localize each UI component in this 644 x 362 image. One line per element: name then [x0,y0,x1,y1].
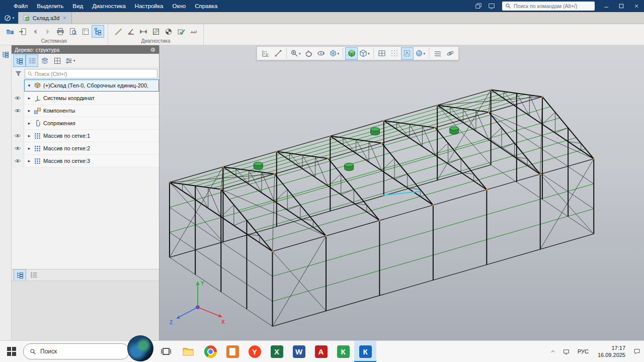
app-menu-button[interactable]: ▾ [0,12,18,24]
mass-properties-button[interactable] [162,25,175,38]
eye-icon[interactable] [14,145,21,152]
expand-arrow-icon[interactable]: ▸ [27,96,32,101]
tree-row-content[interactable]: ▸ Компоненты [24,105,159,117]
open-button[interactable] [4,25,16,38]
tree-row[interactable]: ▸ Системы координат [12,92,159,105]
cascade-windows-button[interactable] [472,0,485,12]
3d-model-wireframe[interactable] [159,45,644,340]
kompas-3d-button[interactable]: К [354,341,376,362]
expand-arrow-icon[interactable]: ▾ [27,83,32,88]
eye-icon[interactable] [14,95,21,102]
expand-arrow-icon[interactable]: ▸ [27,108,32,113]
tree-row-content[interactable]: ▸ Сопряжения [24,117,159,129]
visibility-cell[interactable] [12,92,24,104]
deviation-button[interactable] [187,25,200,38]
menu-item[interactable]: Справка [190,0,222,12]
sheet-button[interactable] [79,25,92,38]
close-tab-icon[interactable] [62,16,67,20]
tree-row[interactable]: ▸ Массив по сетке:1 [12,130,159,142]
view-options-button[interactable]: ▾ [63,54,77,67]
chrome-button[interactable] [199,341,221,362]
expand-arrow-icon[interactable]: ▸ [27,158,32,163]
forward-button[interactable] [41,25,54,38]
menu-item[interactable]: Выделить [32,0,68,12]
grid-cells-button[interactable] [51,54,63,67]
visibility-cell[interactable] [12,79,24,92]
document-tab[interactable]: Склад.a3d [18,12,72,24]
tree-row-content[interactable]: ▾ (+)Склад (Тел-0, Сборочных единиц-200, [24,79,159,92]
list-tab-button[interactable] [27,269,40,282]
news-globe-widget[interactable] [127,335,153,361]
print-button[interactable] [54,25,66,38]
clock[interactable]: 17:17 16.09.2025 [593,341,630,362]
tree-search-input[interactable]: Поиск (Ctrl+/) [25,69,157,78]
tree-row[interactable]: ▾ (+)Склад (Тел-0, Сборочных единиц-200, [12,79,159,92]
menu-item[interactable]: Вид [68,0,88,12]
menu-item[interactable]: Файл [9,0,32,12]
action-center-button[interactable] [630,341,644,362]
shaded-cube-button[interactable] [345,47,358,60]
structure-tab-button[interactable] [14,269,26,282]
grid-dots-button[interactable] [388,47,401,60]
orientation-button[interactable]: ▾ [328,47,341,60]
visibility-cell[interactable] [12,155,24,167]
filter-button[interactable] [13,69,23,79]
minimize-button[interactable] [599,0,614,12]
viewport[interactable]: ▾▾▾▾ Y X Z [159,45,644,340]
visibility-cell[interactable] [12,105,24,117]
taskbar-search-input[interactable]: Поиск [23,343,129,359]
visibility-cell[interactable] [12,117,24,129]
start-button[interactable] [0,341,23,362]
menu-item[interactable]: Настройка [130,0,168,12]
acrobat-button[interactable]: A [310,341,332,362]
tree-row[interactable]: ▸ Массив по сетке:3 [12,155,159,167]
struct-list-button[interactable] [26,54,38,67]
simplified-button[interactable] [401,47,414,60]
tree-row[interactable]: ▸ Массив по сетке:2 [12,142,159,155]
measure-angle-button[interactable] [124,25,137,38]
snap-button[interactable] [272,47,284,60]
file-explorer-button[interactable] [177,341,199,362]
expand-arrow-icon[interactable]: ▸ [27,146,32,151]
expand-arrow-icon[interactable]: ▸ [27,133,32,138]
layers-button[interactable] [38,54,51,67]
language-indicator[interactable]: РУС [573,341,593,362]
screen-layout-button[interactable] [485,0,498,12]
visibility-cell[interactable] [12,142,24,154]
orbit-button[interactable] [444,47,456,60]
rotate-button[interactable] [315,47,328,60]
orange-tile-app-button[interactable] [221,341,244,362]
zoom-button[interactable]: ▾ [289,47,302,60]
appearance-button[interactable]: ▾ [414,47,427,60]
tree-panel-toggle-button[interactable] [0,48,12,60]
word-button[interactable]: W [288,341,310,362]
tree-row-content[interactable]: ▸ Системы координат [24,92,159,104]
expand-arrow-icon[interactable]: ▸ [27,121,32,126]
wire-cube-button[interactable]: ▾ [358,47,371,60]
eye-icon[interactable] [14,157,21,164]
tree-row-content[interactable]: ▸ Массив по сетке:2 [24,142,159,154]
command-search-input[interactable]: Поиск по командам (Alt+/) [502,2,595,11]
struct-tree-button[interactable] [13,54,26,67]
units-grid-button[interactable] [259,47,272,60]
excel-button[interactable]: X [266,341,288,362]
back-button[interactable] [29,25,41,38]
coordinate-triad[interactable]: Y X Z [165,277,230,327]
import-button[interactable] [16,25,29,38]
eye-icon[interactable] [14,132,21,139]
menu-item[interactable]: Диагностика [88,0,130,12]
kompas-green-button[interactable]: К [332,341,354,362]
tree-row-content[interactable]: ▸ Массив по сетке:1 [24,130,159,142]
display-tray-button[interactable] [559,341,573,362]
eye-icon[interactable] [14,107,21,114]
gear-icon[interactable] [150,47,156,53]
tree-row-content[interactable]: ▸ Массив по сетке:3 [24,155,159,167]
hidden-icons-button[interactable] [546,341,559,362]
measure-area-button[interactable] [149,25,162,38]
preview-button[interactable] [66,25,79,38]
waves-button[interactable] [431,47,444,60]
maximize-button[interactable] [614,0,629,12]
tree-row[interactable]: ▸ Сопряжения [12,117,159,130]
visibility-cell[interactable] [12,130,24,142]
rotate-up-button[interactable] [302,47,315,60]
